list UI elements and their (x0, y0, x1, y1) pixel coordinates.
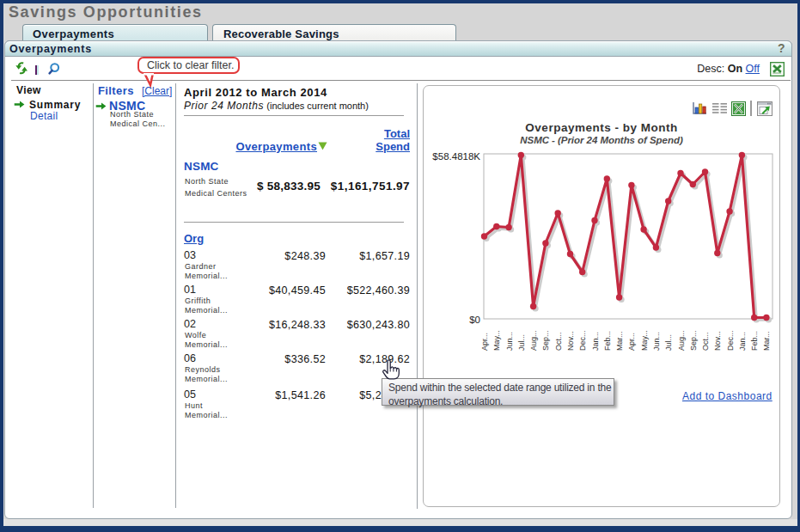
svg-text:Feb...: Feb... (603, 331, 612, 351)
svg-text:Nov...: Nov... (713, 331, 722, 351)
svg-text:Mar...: Mar... (615, 331, 624, 351)
svg-text:Sep...: Sep... (541, 330, 550, 351)
svg-text:Oct...: Oct... (701, 332, 710, 351)
svg-text:Jan...: Jan... (591, 332, 600, 351)
svg-text:Nov...: Nov... (566, 331, 575, 351)
svg-text:Jul...: Jul... (664, 334, 673, 351)
svg-text:$58.4818K: $58.4818K (432, 151, 480, 162)
svg-text:$0: $0 (469, 315, 480, 325)
svg-text:Jun...: Jun... (505, 332, 514, 351)
svg-text:Jun...: Jun... (652, 332, 661, 351)
svg-text:Jan...: Jan... (738, 332, 747, 351)
svg-text:May...: May... (492, 330, 501, 351)
svg-text:Apr...: Apr... (627, 333, 636, 351)
svg-text:Sep...: Sep... (689, 330, 698, 351)
svg-text:Dec...: Dec... (726, 330, 735, 351)
svg-text:Aug...: Aug... (677, 330, 686, 351)
svg-text:Jul...: Jul... (517, 334, 526, 351)
svg-text:Dec...: Dec... (578, 330, 587, 351)
svg-text:Oct...: Oct... (554, 332, 563, 351)
svg-text:May...: May... (640, 330, 649, 351)
svg-text:Apr...: Apr... (480, 333, 489, 351)
svg-text:Mar...: Mar... (762, 331, 771, 351)
svg-text:Feb...: Feb... (750, 331, 759, 351)
svg-text:Aug...: Aug... (529, 330, 538, 351)
